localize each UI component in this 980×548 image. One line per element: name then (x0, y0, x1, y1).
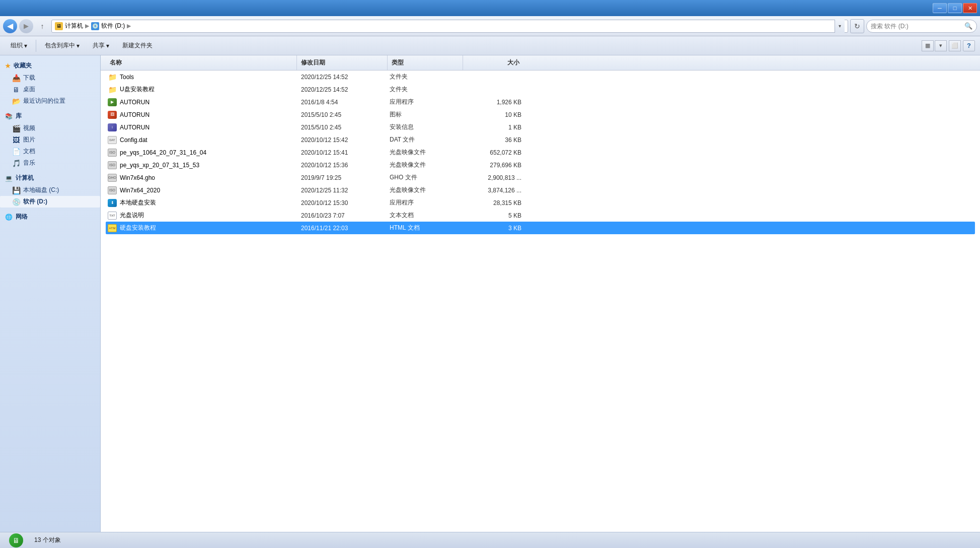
sidebar-header-computer[interactable]: 💻 计算机 (0, 172, 100, 184)
file-row-pe2[interactable]: ISO pe_yqs_xp_20_07_31_15_53 2020/10/12 … (106, 159, 975, 171)
share-button[interactable]: 共享 ▾ (87, 39, 115, 53)
file-area: 名称 修改日期 类型 大小 📁 Tools 2020/12/25 14:52 文… (101, 55, 980, 532)
sidebar-item-video[interactable]: 🎬 视频 (0, 122, 100, 134)
search-box[interactable]: 🔍 (866, 20, 977, 33)
video-icon: 🎬 (12, 124, 20, 132)
download-label: 下载 (23, 74, 35, 82)
archive-button[interactable]: 包含到库中 ▾ (39, 39, 85, 53)
favorites-label: 收藏夹 (14, 61, 32, 70)
file-row-autorun2[interactable]: 🖼 AUTORUN 2015/5/10 2:45 图标 10 KB (106, 108, 975, 121)
file-type-tools: 文件夹 (388, 72, 463, 82)
close-button[interactable]: ✕ (963, 3, 977, 13)
video-label: 视频 (23, 124, 35, 132)
file-size-pe1: 652,072 KB (463, 148, 523, 157)
file-row-win72020[interactable]: ISO Win7x64_2020 2020/12/25 11:32 光盘映像文件… (106, 184, 975, 196)
autorun-inf-icon: i (108, 123, 117, 131)
file-type-win72020: 光盘映像文件 (388, 185, 463, 195)
sidebar-header-network[interactable]: 🌐 网络 (0, 211, 100, 223)
local-d-icon: 💿 (12, 198, 20, 206)
file-list: 📁 Tools 2020/12/25 14:52 文件夹 📁 U盘安装教程 20… (101, 71, 980, 532)
document-icon: 📄 (12, 148, 20, 156)
desktop-icon: 🖥 (12, 86, 20, 94)
view-dropdown-button[interactable]: ▾ (935, 40, 947, 51)
file-name-text-pe1: pe_yqs_1064_20_07_31_16_04 (120, 149, 206, 156)
path-end-separator: ▶ (127, 23, 131, 29)
autorun-ico-icon: 🖼 (108, 111, 117, 119)
share-label: 共享 (93, 41, 105, 50)
organize-label: 组织 (11, 41, 23, 50)
file-name-text-config: Config.dat (120, 136, 147, 144)
search-input[interactable] (871, 23, 962, 30)
local-install-icon: ⬇ (108, 199, 117, 207)
address-path[interactable]: 🖥 计算机 ▶ 💿 软件 (D:) ▶ ▾ (51, 20, 848, 33)
sidebar-item-local-d[interactable]: 💿 软件 (D:) (0, 196, 100, 208)
col-header-date[interactable]: 修改日期 (297, 55, 388, 70)
folder-icon: 📁 (108, 73, 117, 81)
local-c-icon: 💾 (12, 186, 20, 194)
minimize-button[interactable]: ─ (933, 3, 947, 13)
file-row-tools[interactable]: 📁 Tools 2020/12/25 14:52 文件夹 (106, 71, 975, 83)
sidebar-item-download[interactable]: 📥 下载 (0, 72, 100, 84)
file-date-config: 2020/10/12 15:42 (297, 135, 388, 145)
search-icon[interactable]: 🔍 (964, 22, 972, 30)
computer-label: 计算机 (16, 174, 34, 182)
sidebar-item-picture[interactable]: 🖼 图片 (0, 134, 100, 146)
file-row-udisk[interactable]: 📁 U盘安装教程 2020/12/25 14:52 文件夹 (106, 83, 975, 96)
file-row-config[interactable]: DAT Config.dat 2020/10/12 15:42 DAT 文件 3… (106, 133, 975, 146)
file-type-config: DAT 文件 (388, 134, 463, 145)
sidebar-header-library[interactable]: 📚 库 (0, 110, 100, 122)
forward-button[interactable]: ▶ (19, 19, 33, 33)
music-label: 音乐 (23, 159, 35, 167)
col-header-name[interactable]: 名称 (106, 55, 297, 70)
sidebar-item-local-c[interactable]: 💾 本地磁盘 (C:) (0, 184, 100, 196)
col-header-size[interactable]: 大小 (463, 55, 523, 70)
new-folder-button[interactable]: 新建文件夹 (117, 39, 158, 53)
up-button[interactable]: ↑ (35, 19, 49, 33)
maximize-button[interactable]: □ (948, 3, 962, 13)
file-row-autorun3[interactable]: i AUTORUN 2015/5/10 2:45 安装信息 1 KB (106, 121, 975, 133)
sidebar-item-recent[interactable]: 📂 最近访问的位置 (0, 95, 100, 107)
path-icon: 🖥 (55, 22, 63, 30)
organize-button[interactable]: 组织 ▾ (5, 39, 33, 53)
file-row-cdreadme[interactable]: TXT 光盘说明 2016/10/23 7:07 文本文档 5 KB (106, 209, 975, 222)
file-date-win7gho: 2019/9/7 19:25 (297, 173, 388, 182)
help-button[interactable]: ? (963, 40, 975, 51)
download-icon: 📥 (12, 74, 20, 82)
file-name-pe2: ISO pe_yqs_xp_20_07_31_15_53 (106, 160, 297, 170)
sidebar-section-favorites: ★ 收藏夹 📥 下载 🖥 桌面 📂 最近访问的位置 (0, 59, 100, 107)
col-header-type[interactable]: 类型 (388, 55, 463, 70)
file-date-localinstall: 2020/10/12 15:30 (297, 198, 388, 208)
picture-icon: 🖼 (12, 136, 20, 144)
sidebar-item-document[interactable]: 📄 文档 (0, 146, 100, 157)
picture-label: 图片 (23, 135, 35, 144)
file-name-text-pe2: pe_yqs_xp_20_07_31_15_53 (120, 162, 199, 169)
view-controls: ▦ ▾ (922, 40, 947, 51)
status-icon-inner: 🖥 (9, 533, 23, 547)
file-row-pe1[interactable]: ISO pe_yqs_1064_20_07_31_16_04 2020/10/1… (106, 146, 975, 159)
column-headers: 名称 修改日期 类型 大小 (101, 55, 980, 71)
file-row-autorun1[interactable]: ▶ AUTORUN 2016/1/8 4:54 应用程序 1,926 KB (106, 96, 975, 108)
share-dropdown-icon: ▾ (106, 42, 109, 49)
library-icon: 📚 (5, 113, 13, 120)
file-name-text-localinstall: 本地硬盘安装 (120, 198, 156, 207)
autorun-app-icon: ▶ (108, 98, 117, 106)
file-size-config: 36 KB (463, 135, 523, 145)
sidebar-header-favorites[interactable]: ★ 收藏夹 (0, 59, 100, 72)
preview-toggle-button[interactable]: ⬜ (949, 40, 961, 51)
sidebar-item-music[interactable]: 🎵 音乐 (0, 157, 100, 169)
file-row-win7gho[interactable]: GHO Win7x64.gho 2019/9/7 19:25 GHO 文件 2,… (106, 171, 975, 184)
path-dropdown-button[interactable]: ▾ (835, 20, 845, 33)
computer-section-icon: 💻 (5, 175, 13, 182)
iso-icon: ISO (108, 161, 117, 169)
file-row-localinstall[interactable]: ⬇ 本地硬盘安装 2020/10/12 15:30 应用程序 28,315 KB (106, 196, 975, 209)
file-type-win7gho: GHO 文件 (388, 172, 463, 183)
file-name-text-hdinstall: 硬盘安装教程 (120, 224, 156, 232)
sidebar-item-desktop[interactable]: 🖥 桌面 (0, 84, 100, 95)
refresh-button[interactable]: ↻ (850, 19, 864, 33)
view-toggle-button[interactable]: ▦ (922, 40, 934, 51)
back-button[interactable]: ◀ (3, 19, 17, 33)
file-row-hdinstall[interactable]: HTM 硬盘安装教程 2016/11/21 22:03 HTML 文档 3 KB (106, 222, 975, 234)
file-type-pe1: 光盘映像文件 (388, 147, 463, 158)
file-name-text-autorun2: AUTORUN (120, 111, 149, 118)
file-size-localinstall: 28,315 KB (463, 198, 523, 208)
